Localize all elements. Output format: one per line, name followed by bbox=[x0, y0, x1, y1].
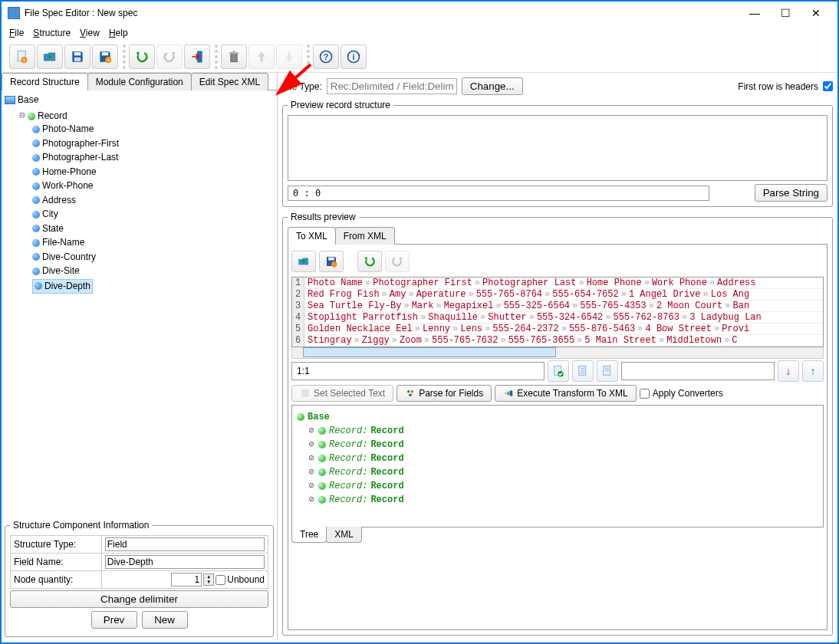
exit-button[interactable] bbox=[184, 44, 210, 69]
tab-edit-spec-xml[interactable]: Edit Spec XML bbox=[191, 73, 268, 90]
redo-button bbox=[156, 44, 183, 69]
results-open-button[interactable] bbox=[291, 251, 316, 272]
h-scrollbar[interactable] bbox=[291, 347, 824, 359]
svg-rect-5 bbox=[74, 58, 81, 61]
data-grid[interactable]: 1Photo Name»Photographer First»Photograp… bbox=[291, 277, 824, 347]
svg-point-31 bbox=[409, 394, 412, 397]
svg-point-29 bbox=[407, 390, 410, 393]
parse-string-button[interactable]: Parse String bbox=[755, 184, 827, 202]
preview-textarea[interactable] bbox=[288, 115, 827, 181]
minimize-button[interactable]: — bbox=[739, 2, 770, 24]
results-undo-button[interactable] bbox=[357, 251, 382, 272]
tree-field[interactable]: Photographer-Last bbox=[42, 151, 118, 164]
tree-field[interactable]: Address bbox=[42, 194, 76, 207]
field-name-input[interactable] bbox=[105, 555, 265, 569]
svg-rect-17 bbox=[328, 258, 334, 261]
svg-rect-4 bbox=[74, 52, 81, 55]
app-icon bbox=[8, 7, 20, 19]
node-qty-label: Node quantity: bbox=[11, 571, 102, 589]
tree-record[interactable]: Record bbox=[38, 110, 67, 123]
svg-rect-28 bbox=[301, 389, 308, 396]
result-tree[interactable]: Base⊘Record: Record⊘Record: Record⊘Recor… bbox=[291, 405, 824, 527]
tab-module-configuration[interactable]: Module Configuration bbox=[87, 73, 192, 90]
svg-rect-32 bbox=[510, 391, 513, 396]
svg-text:+: + bbox=[107, 58, 110, 63]
change-delimiter-button[interactable]: Change delimiter bbox=[10, 590, 268, 608]
field-icon bbox=[32, 211, 40, 219]
doc2-icon[interactable] bbox=[597, 360, 618, 382]
field-icon bbox=[32, 268, 40, 275]
field-icon bbox=[32, 182, 40, 190]
svg-rect-10 bbox=[231, 54, 237, 62]
first-row-headers-label: First row is headers bbox=[738, 81, 818, 92]
tree-field[interactable]: Dive-Country bbox=[42, 251, 96, 264]
tree-root[interactable]: Base bbox=[18, 94, 38, 107]
tree-field[interactable]: Dive-Site bbox=[42, 264, 80, 278]
save-as-button[interactable]: + bbox=[92, 44, 118, 69]
results-legend: Results preview bbox=[288, 212, 359, 222]
results-save-button[interactable] bbox=[319, 251, 344, 272]
close-button[interactable]: ✕ bbox=[801, 2, 831, 24]
tree-field[interactable]: File-Name bbox=[42, 236, 84, 249]
first-row-headers-checkbox[interactable] bbox=[823, 81, 833, 91]
doc-ok-icon[interactable] bbox=[548, 360, 569, 382]
structure-info-panel: Structure Component Information Structur… bbox=[5, 520, 274, 637]
menu-file[interactable]: File bbox=[6, 26, 27, 40]
tree-field[interactable]: Photographer-First bbox=[42, 137, 119, 150]
folder-icon bbox=[5, 96, 15, 104]
svg-point-18 bbox=[331, 261, 337, 268]
node-qty-input[interactable] bbox=[171, 573, 202, 586]
arrow-down-icon[interactable]: ↓ bbox=[778, 360, 799, 382]
svg-text:i: i bbox=[352, 52, 354, 61]
doc1-icon[interactable] bbox=[572, 360, 594, 382]
arrow-up-icon[interactable]: ↑ bbox=[802, 360, 824, 382]
open-button[interactable] bbox=[37, 44, 63, 69]
tree-field[interactable]: City bbox=[42, 208, 58, 221]
menu-help[interactable]: Help bbox=[106, 26, 131, 40]
prev-button[interactable]: Prev bbox=[91, 611, 137, 629]
main-tabs: Record Structure Module Configuration Ed… bbox=[2, 73, 277, 90]
node-qty-spinner[interactable]: ▲▼ bbox=[203, 573, 214, 586]
results-redo-button bbox=[385, 251, 410, 272]
menu-bar: File Structure View Help bbox=[2, 25, 837, 41]
svg-text:?: ? bbox=[324, 52, 329, 61]
maximize-button[interactable]: ☐ bbox=[770, 2, 801, 24]
tree-field[interactable]: Home-Phone bbox=[42, 166, 97, 179]
field-name-label: Field Name: bbox=[11, 554, 102, 571]
undo-button[interactable] bbox=[129, 44, 155, 69]
tab-to-xml[interactable]: To XML bbox=[288, 227, 336, 245]
file-type-input bbox=[327, 78, 457, 94]
tree-field[interactable]: Photo-Name bbox=[42, 123, 94, 136]
svg-rect-11 bbox=[229, 52, 239, 54]
new-field-button[interactable]: New bbox=[142, 611, 188, 629]
save-button[interactable] bbox=[64, 44, 90, 69]
apply-converters-checkbox[interactable] bbox=[640, 389, 650, 399]
svg-rect-12 bbox=[232, 51, 235, 53]
bottom-tab-tree[interactable]: Tree bbox=[291, 527, 327, 543]
info-button[interactable]: i bbox=[341, 44, 367, 69]
tree-field[interactable]: State bbox=[42, 222, 64, 235]
expand-icon[interactable]: ⊟ bbox=[18, 113, 25, 120]
structure-tree[interactable]: Base ⊟Record Photo-NamePhotographer-Firs… bbox=[5, 94, 274, 294]
preview-record-group: Preview record structure 0 : 0 Parse Str… bbox=[282, 100, 833, 207]
change-filetype-button[interactable]: Change... bbox=[462, 77, 523, 95]
menu-structure[interactable]: Structure bbox=[30, 26, 74, 40]
tab-record-structure[interactable]: Record Structure bbox=[2, 73, 88, 90]
field-icon bbox=[32, 253, 40, 261]
execute-transform-button[interactable]: Execute Transform To XML bbox=[495, 385, 637, 402]
field-icon bbox=[32, 126, 40, 133]
delete-button[interactable] bbox=[221, 44, 247, 69]
empty-status bbox=[621, 362, 775, 380]
new-button[interactable]: + bbox=[9, 44, 35, 69]
unbound-checkbox[interactable] bbox=[216, 575, 225, 585]
structure-type-value bbox=[105, 537, 265, 551]
tree-field[interactable]: Work-Phone bbox=[42, 179, 93, 192]
svg-point-30 bbox=[411, 390, 414, 393]
tab-from-xml[interactable]: From XML bbox=[335, 227, 395, 245]
bottom-tab-xml[interactable]: XML bbox=[326, 527, 362, 543]
menu-view[interactable]: View bbox=[77, 26, 103, 40]
parse-fields-button[interactable]: Parse for Fields bbox=[396, 385, 492, 402]
field-icon bbox=[32, 168, 40, 176]
tree-field[interactable]: Dive-Depth bbox=[44, 280, 90, 293]
window-title: File Spec Editor : New spec bbox=[25, 8, 739, 18]
